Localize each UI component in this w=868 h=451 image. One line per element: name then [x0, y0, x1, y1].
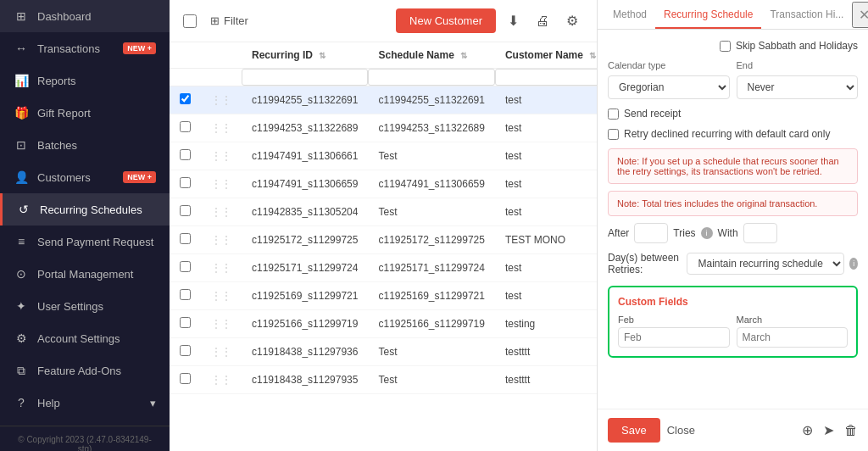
table-row[interactable]: ⋮⋮ c11947491_s11306659 c11947491_s113066…: [170, 170, 597, 198]
sidebar-item-reports[interactable]: 📊 Reports: [0, 64, 170, 97]
table-row[interactable]: ⋮⋮ c11994253_s11322689 c11994253_s113226…: [170, 114, 597, 142]
row-checkbox[interactable]: [180, 317, 191, 328]
tab-method[interactable]: Method: [604, 0, 655, 29]
table-row[interactable]: ⋮⋮ c11942835_s11305204 Test test: [170, 198, 597, 226]
table-row[interactable]: ⋮⋮ c11925171_s11299724 c11925171_s112997…: [170, 254, 597, 282]
custom-fields-grid: Feb March: [618, 315, 848, 348]
new-customer-button[interactable]: New Customer: [396, 8, 496, 33]
note-box-1: Note: If you set up a schedule that recu…: [608, 148, 858, 184]
row-checkbox[interactable]: [180, 261, 191, 272]
after-input[interactable]: 5: [634, 223, 668, 243]
panel-close-button[interactable]: ✕: [852, 2, 868, 28]
row-drag-cell: ⋮⋮: [201, 254, 242, 282]
th-filter-customer-name[interactable]: [495, 69, 597, 86]
row-checkbox-cell[interactable]: [170, 226, 201, 254]
skip-sabbath-label[interactable]: Skip Sabbath and Holidays: [720, 40, 858, 52]
delete-icon-button[interactable]: 🗑: [844, 423, 858, 438]
label-account-settings: Account Settings: [37, 332, 156, 345]
calendar-type-select[interactable]: Gregorian: [608, 75, 730, 99]
send-receipt-checkbox[interactable]: [608, 109, 619, 120]
row-checkbox-cell[interactable]: [170, 310, 201, 338]
end-group: End Never: [737, 60, 859, 99]
retry-declined-checkbox[interactable]: [608, 129, 619, 140]
download-icon-button[interactable]: ⬇: [503, 9, 524, 32]
row-checkbox-cell[interactable]: [170, 86, 201, 114]
sidebar-item-transactions[interactable]: ↔ Transactions NEW +: [0, 32, 170, 64]
row-customer-name: test: [495, 170, 597, 198]
table-row[interactable]: ⋮⋮ c11925169_s11299721 c11925169_s112997…: [170, 282, 597, 310]
tries-info-icon[interactable]: i: [701, 227, 713, 239]
sidebar-item-customers[interactable]: 👤 Customers NEW +: [0, 161, 170, 193]
filter-input-customer-name[interactable]: [495, 69, 597, 86]
after-label: After: [608, 227, 629, 239]
settings-icon-button[interactable]: ⚙: [561, 9, 583, 32]
close-panel-button[interactable]: Close: [667, 424, 695, 437]
row-checkbox[interactable]: [180, 121, 191, 132]
th-schedule-name[interactable]: Schedule Name ⇅: [368, 42, 494, 69]
table-row[interactable]: ⋮⋮ c11925166_s11299719 c11925166_s112997…: [170, 310, 597, 338]
calendar-end-row: Calendar type Gregorian End Never: [608, 60, 858, 99]
retry-declined-label[interactable]: Retry declined recurring with default ca…: [608, 128, 830, 140]
sidebar-item-dashboard[interactable]: ⊞ Dashboard: [0, 0, 170, 32]
sidebar-item-feature-add-ons[interactable]: ⧉ Feature Add-Ons: [0, 354, 170, 387]
print-icon-button[interactable]: 🖨: [531, 10, 554, 32]
days-between-info-icon[interactable]: i: [849, 258, 858, 270]
filter-button[interactable]: ⊞ Filter: [203, 11, 255, 31]
sidebar-item-account-settings[interactable]: ⚙ Account Settings: [0, 322, 170, 354]
th-filter-schedule-name[interactable]: [368, 69, 494, 86]
send-icon-button[interactable]: ➤: [823, 422, 834, 438]
row-drag-cell: ⋮⋮: [201, 226, 242, 254]
row-checkbox[interactable]: [180, 177, 191, 188]
row-checkbox-cell[interactable]: [170, 282, 201, 310]
end-select[interactable]: Never: [737, 75, 859, 99]
row-recurring-id: c11918438_s11297936: [242, 338, 368, 366]
table-row[interactable]: ⋮⋮ c11994255_s11322691 c11994255_s113226…: [170, 86, 597, 114]
tab-transaction-history[interactable]: Transaction Hi...: [761, 0, 852, 29]
table-row[interactable]: ⋮⋮ c11947491_s11306661 Test test: [170, 142, 597, 170]
row-checkbox-cell[interactable]: [170, 170, 201, 198]
sidebar-item-send-payment-request[interactable]: ≡ Send Payment Request: [0, 226, 170, 258]
custom-field-input-feb[interactable]: [618, 327, 730, 348]
select-all-checkbox[interactable]: [183, 14, 197, 28]
filter-input-schedule-name[interactable]: [368, 69, 494, 86]
row-checkbox-cell[interactable]: [170, 198, 201, 226]
sidebar-item-portal-management[interactable]: ⊙ Portal Management: [0, 258, 170, 290]
row-checkbox-cell[interactable]: [170, 366, 201, 394]
row-checkbox[interactable]: [180, 373, 191, 384]
row-checkbox[interactable]: [180, 93, 191, 104]
table-row[interactable]: ⋮⋮ c11918438_s11297936 Test testttt: [170, 338, 597, 366]
row-checkbox[interactable]: [180, 233, 191, 244]
table-row[interactable]: ⋮⋮ c11918438_s11297935 Test testttt: [170, 366, 597, 394]
with-input[interactable]: 1: [743, 223, 777, 243]
sidebar-item-batches[interactable]: ⊡ Batches: [0, 129, 170, 161]
sidebar-item-user-settings[interactable]: ✦ User Settings: [0, 290, 170, 322]
row-checkbox-cell[interactable]: [170, 114, 201, 142]
row-checkbox[interactable]: [180, 205, 191, 216]
icon-transactions: ↔: [14, 41, 29, 56]
days-between-select[interactable]: Maintain recurring schedule: [687, 253, 844, 275]
add-icon-button[interactable]: ⊕: [802, 422, 813, 438]
th-customer-name[interactable]: Customer Name ⇅: [495, 42, 597, 69]
custom-field-input-march[interactable]: [737, 327, 849, 348]
th-filter-recurring-id[interactable]: [242, 69, 368, 86]
row-checkbox[interactable]: [180, 149, 191, 160]
row-checkbox[interactable]: [180, 345, 191, 356]
row-checkbox[interactable]: [180, 289, 191, 300]
th-recurring-id[interactable]: Recurring ID ⇅: [242, 42, 368, 69]
custom-field-label-feb: Feb: [618, 315, 730, 325]
sidebar-item-help[interactable]: ? Help ▾: [0, 387, 170, 419]
skip-sabbath-checkbox[interactable]: [720, 41, 731, 52]
row-checkbox-cell[interactable]: [170, 338, 201, 366]
row-checkbox-cell[interactable]: [170, 254, 201, 282]
send-receipt-label[interactable]: Send receipt: [608, 108, 681, 120]
tab-recurring-schedule[interactable]: Recurring Schedule: [655, 0, 761, 29]
sidebar-item-gift-report[interactable]: 🎁 Gift Report: [0, 97, 170, 129]
sort-icon-customer-name: ⇅: [589, 51, 596, 60]
table-row[interactable]: ⋮⋮ c11925172_s11299725 c11925172_s112997…: [170, 226, 597, 254]
sidebar-item-recurring-schedules[interactable]: ↺ Recurring Schedules: [0, 193, 170, 226]
save-button[interactable]: Save: [608, 418, 660, 443]
row-checkbox-cell[interactable]: [170, 142, 201, 170]
filter-input-recurring-id[interactable]: [242, 69, 368, 86]
icon-customers: 👤: [14, 170, 29, 185]
row-drag-cell: ⋮⋮: [201, 170, 242, 198]
